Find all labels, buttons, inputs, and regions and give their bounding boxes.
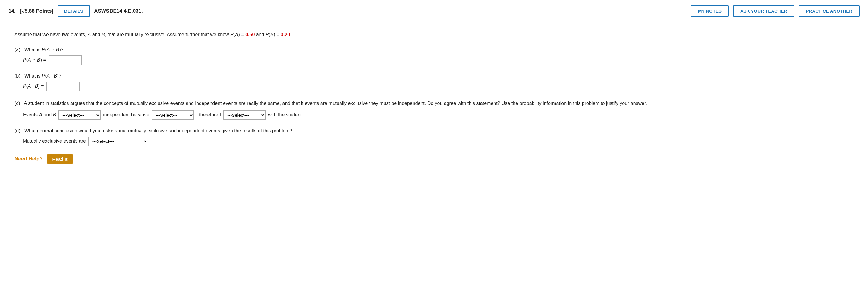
- part-a-question: What is P(A ∩ B)?: [24, 47, 64, 52]
- part-b-label: (b) What is P(A | B)?: [14, 73, 854, 79]
- part-a-math-label: P(A ∩ B) =: [23, 57, 46, 63]
- my-notes-button[interactable]: MY NOTES: [691, 5, 729, 17]
- read-it-button[interactable]: Read It: [47, 154, 73, 164]
- part-a-math: P(A ∩ B) =: [23, 56, 854, 65]
- part-c-question: A student in statistics argues that the …: [24, 101, 647, 106]
- part-d-select-row: Mutually exclusive events are ---Select-…: [23, 137, 854, 146]
- problem-content: Assume that we have two events, A and B,…: [0, 22, 868, 176]
- part-d-end: .: [150, 138, 152, 144]
- part-b-question: What is P(A | B)?: [24, 73, 61, 79]
- need-help-section: Need Help? Read It: [14, 154, 854, 164]
- header-left: 14. [-/5.88 Points] DETAILS ASWSBE14 4.E…: [8, 5, 685, 17]
- part-b-letter: (b): [14, 73, 21, 79]
- part-d-label: (d) What general conclusion would you ma…: [14, 128, 854, 134]
- points-value: [-/5.88 Points]: [20, 8, 53, 14]
- part-d-letter: (d): [14, 128, 21, 133]
- details-button[interactable]: DETAILS: [58, 5, 90, 17]
- problem-id: ASWSBE14 4.E.031.: [94, 8, 143, 14]
- part-b: (b) What is P(A | B)? P(A | B) =: [14, 73, 854, 91]
- part-a: (a) What is P(A ∩ B)? P(A ∩ B) =: [14, 47, 854, 65]
- part-c: (c) A student in statistics argues that …: [14, 99, 854, 120]
- part-c-select-3[interactable]: ---Select--- agree disagree: [223, 110, 266, 120]
- part-d-prefix: Mutually exclusive events are: [23, 138, 86, 144]
- header-bar: 14. [-/5.88 Points] DETAILS ASWSBE14 4.E…: [0, 0, 868, 22]
- pb-value: 0.20: [281, 32, 290, 37]
- part-c-select-1[interactable]: ---Select--- are are not: [59, 110, 101, 120]
- part-b-math-label: P(A | B) =: [23, 84, 44, 89]
- part-d-select[interactable]: ---Select--- always independent never in…: [88, 137, 148, 146]
- part-c-label: (c) A student in statistics argues that …: [14, 99, 854, 107]
- part-a-input[interactable]: [49, 56, 82, 65]
- need-help-label: Need Help?: [14, 156, 43, 162]
- practice-another-button[interactable]: PRACTICE ANOTHER: [799, 5, 860, 17]
- header-actions: MY NOTES ASK YOUR TEACHER PRACTICE ANOTH…: [691, 5, 860, 17]
- part-c-prefix: Events A and B: [23, 112, 56, 118]
- part-a-label: (a) What is P(A ∩ B)?: [14, 47, 854, 53]
- part-a-letter: (a): [14, 47, 21, 52]
- points-label: 14.: [8, 8, 16, 14]
- part-d-question: What general conclusion would you make a…: [24, 128, 292, 133]
- part-b-input[interactable]: [46, 82, 80, 91]
- part-c-select-row: Events A and B ---Select--- are are not …: [23, 110, 854, 120]
- part-b-math: P(A | B) =: [23, 82, 854, 91]
- ask-teacher-button[interactable]: ASK YOUR TEACHER: [733, 5, 795, 17]
- intro-text: Assume that we have two events, A and B,…: [14, 32, 291, 37]
- part-c-middle: independent because: [103, 112, 149, 118]
- part-d: (d) What general conclusion would you ma…: [14, 128, 854, 146]
- part-c-letter: (c): [14, 101, 20, 106]
- part-c-end: with the student.: [268, 112, 303, 118]
- problem-intro: Assume that we have two events, A and B,…: [14, 31, 854, 38]
- part-c-after: , therefore I: [196, 112, 221, 118]
- pa-value: 0.50: [245, 32, 255, 37]
- part-c-select-2[interactable]: ---Select--- P(A|B) = P(A) P(A|B) ≠ P(A): [152, 110, 194, 120]
